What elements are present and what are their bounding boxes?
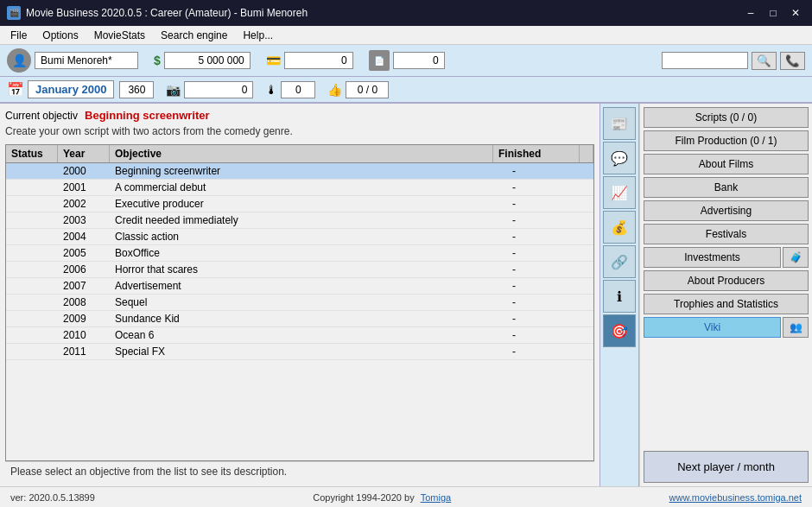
viki-button[interactable]: Viki [644,317,781,338]
table-row[interactable]: 2004 Classic action - [6,229,593,245]
menu-help[interactable]: Help... [236,28,280,43]
cell-status [6,344,58,359]
table-row[interactable]: 2011 Special FX - [6,344,593,360]
player-name-field: Bumi Menoreh* [35,52,138,69]
right-panel: Scripts (0 / 0) Film Production (0 / 1) … [639,104,812,486]
cell-objective: Classic action [110,229,507,244]
cell-objective: Horror that scares [110,262,507,277]
cell-status [6,196,58,212]
cell-year: 2007 [58,278,110,294]
status-bar: Please select an objective from the list… [5,461,594,481]
cell-status [6,163,58,179]
camera-icon: 📷 [166,83,181,97]
next-player-month-button[interactable]: Next player / month [644,451,809,483]
menu-options[interactable]: Options [35,28,85,43]
cell-finished: - [507,262,593,277]
cell-objective: Beginning screenwriter [110,163,507,179]
menu-moviestats[interactable]: MovieStats [87,28,152,43]
maximize-button[interactable]: □ [764,3,783,22]
top-phone-button[interactable]: 📞 [780,52,805,70]
table-row[interactable]: 2006 Horror that scares - [6,262,593,278]
cell-year: 2004 [58,229,110,244]
sidebar-icon-network[interactable]: 🔗 [603,245,636,278]
sidebar-icon-chart[interactable]: 📈 [603,176,636,209]
sidebar-icon-chat[interactable]: 💬 [603,142,636,174]
table-row[interactable]: 2009 Sundance Kid - [6,311,593,327]
avatar: 👤 [7,48,31,73]
news-field: 0 [393,52,445,69]
cell-finished: - [507,163,593,179]
table-row[interactable]: 2007 Advertisement - [6,278,593,295]
cell-objective: Credit needed immediately [110,212,507,228]
cell-objective: Sundance Kid [110,311,507,326]
investments-icon-button[interactable]: 🧳 [783,247,809,268]
credit-card-icon: 💳 [266,54,281,67]
cell-finished: - [507,295,593,310]
window-title: Movie Business 2020.0.5 : Career (Amateu… [26,7,308,19]
menu-search-engine[interactable]: Search engine [154,28,234,43]
cell-finished: - [507,245,593,261]
top-search-input[interactable] [662,52,748,69]
table-row[interactable]: 2005 BoxOffice - [6,245,593,262]
sidebar-icon-info[interactable]: ℹ [603,280,636,313]
cell-finished: - [507,180,593,195]
festivals-button[interactable]: Festivals [644,224,809,244]
table-row[interactable]: 2001 A commercial debut - [6,180,593,196]
advertising-button[interactable]: Advertising [644,200,809,221]
minimize-button[interactable]: – [741,3,760,22]
sidebar-icon-newspaper[interactable]: 📰 [603,107,636,140]
cell-objective: Ocean 6 [110,327,507,343]
titlebar: 🎬 Movie Business 2020.0.5 : Career (Amat… [0,0,812,26]
bank-button[interactable]: Bank [644,177,809,198]
menu-file[interactable]: File [3,28,34,43]
cell-status [6,180,58,195]
cell-objective: Advertisement [110,278,507,294]
cell-objective: Executive producer [110,196,507,212]
viki-icon-button[interactable]: 👥 [783,317,809,338]
cell-year: 2005 [58,245,110,261]
date-field: January 2000 [28,80,114,98]
table-row[interactable]: 2008 Sequel - [6,295,593,311]
app-icon: 🎬 [7,6,21,20]
ratio-field: 0 / 0 [346,81,389,98]
cell-status [6,245,58,261]
thumbs-up-icon: 👍 [327,83,342,97]
cell-status [6,327,58,343]
cell-objective: Sequel [110,295,507,310]
table-row[interactable]: 2002 Executive producer - [6,196,593,212]
sidebar-icon-dollar[interactable]: 💰 [603,211,636,244]
copyright-text: Copyright 1994-2020 by Tomiga [313,492,451,503]
days-field: 360 [119,81,154,98]
info-bar-1: 👤 Bumi Menoreh* $ 5 000 000 💳 0 📄 0 🔍 📞 [0,45,812,77]
table-row[interactable]: 2000 Beginning screenwriter - [6,163,593,180]
credit-field: 0 [284,52,353,69]
cell-objective: A commercial debut [110,180,507,195]
investments-button[interactable]: Investments [644,247,781,268]
table-row[interactable]: 2010 Ocean 6 - [6,327,593,344]
close-button[interactable]: ✕ [786,3,805,22]
col-status: Status [6,145,58,162]
news-icon: 📄 [369,50,390,71]
cell-status [6,278,58,294]
money-field: 5 000 000 [164,52,251,69]
about-producers-button[interactable]: About Producers [644,270,809,291]
company-link[interactable]: Tomiga [421,492,451,503]
film-production-button[interactable]: Film Production (0 / 1) [644,130,809,151]
about-films-button[interactable]: About Films [644,154,809,174]
table-body[interactable]: 2000 Beginning screenwriter - 2001 A com… [6,163,593,460]
scripts-button[interactable]: Scripts (0 / 0) [644,107,809,128]
website-link[interactable]: www.moviebusiness.tomiga.net [669,492,802,503]
top-search-button[interactable]: 🔍 [752,52,777,70]
cell-year: 2008 [58,295,110,310]
cell-finished: - [507,212,593,228]
sidebar-icon-target[interactable]: 🎯 [603,314,636,347]
trophies-button[interactable]: Trophies and Statistics [644,294,809,314]
cell-status [6,212,58,228]
table-row[interactable]: 2003 Credit needed immediately - [6,212,593,229]
cell-year: 2001 [58,180,110,195]
menubar: File Options MovieStats Search engine He… [0,26,812,45]
cell-year: 2003 [58,212,110,228]
cell-year: 2000 [58,163,110,179]
cell-status [6,262,58,277]
left-panel: Current objectiv Beginning screenwriter … [0,104,599,486]
